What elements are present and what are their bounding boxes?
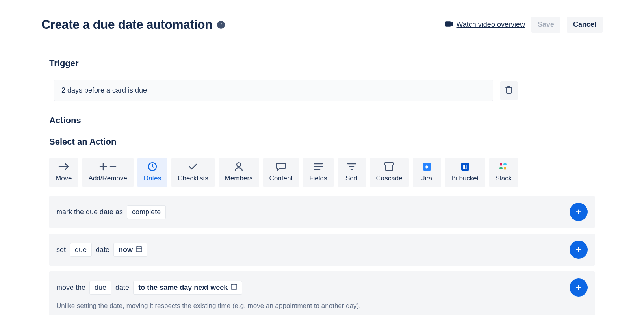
tab-label: Slack bbox=[496, 174, 512, 182]
now-chip[interactable]: now bbox=[113, 243, 147, 257]
tab-label: Jira bbox=[421, 174, 432, 182]
tab-slack[interactable]: Slack bbox=[489, 158, 518, 187]
action-option-mark-complete: mark the due date as complete + bbox=[49, 196, 595, 228]
lines-icon bbox=[314, 162, 323, 171]
action-text: date bbox=[115, 284, 129, 292]
tab-dates[interactable]: Dates bbox=[137, 158, 167, 187]
select-action-heading: Select an Action bbox=[49, 137, 595, 147]
tab-content[interactable]: Content bbox=[263, 158, 299, 187]
plus-icon: + bbox=[576, 282, 581, 293]
action-text: move the bbox=[56, 284, 85, 292]
filter-icon bbox=[347, 162, 356, 171]
tab-label: Sort bbox=[345, 174, 358, 182]
tab-checklists[interactable]: Checklists bbox=[171, 158, 214, 187]
tab-label: Bitbucket bbox=[451, 174, 479, 182]
tab-move[interactable]: Move bbox=[49, 158, 78, 187]
tab-label: Cascade bbox=[376, 174, 403, 182]
plus-minus-icon bbox=[99, 162, 117, 171]
clock-icon bbox=[148, 162, 157, 171]
calendar-icon bbox=[136, 246, 142, 254]
add-action-button[interactable]: + bbox=[570, 203, 588, 221]
svg-rect-5 bbox=[231, 284, 237, 289]
action-option-set-date: set due date now + bbox=[49, 234, 595, 266]
action-text: date bbox=[96, 246, 109, 254]
arrow-right-icon bbox=[58, 162, 69, 171]
add-action-button[interactable]: + bbox=[570, 278, 588, 297]
tab-fields[interactable]: Fields bbox=[303, 158, 333, 187]
tab-label: Content bbox=[269, 174, 293, 182]
tab-sort[interactable]: Sort bbox=[338, 158, 366, 187]
action-option-move-date: move the due date to the same day next w… bbox=[49, 271, 595, 315]
speech-bubble-icon bbox=[276, 162, 286, 171]
tab-label: Fields bbox=[309, 174, 327, 182]
add-action-button[interactable]: + bbox=[570, 241, 588, 259]
svg-rect-0 bbox=[445, 21, 451, 26]
svg-rect-3 bbox=[385, 163, 393, 165]
check-icon bbox=[188, 162, 198, 171]
delete-trigger-button[interactable] bbox=[500, 81, 518, 100]
info-icon[interactable]: i bbox=[217, 21, 225, 29]
video-camera-icon bbox=[445, 20, 453, 29]
complete-chip[interactable]: complete bbox=[127, 205, 166, 219]
trigger-summary[interactable]: 2 days before a card is due bbox=[54, 80, 493, 101]
tab-label: Move bbox=[56, 174, 72, 182]
watch-video-text[interactable]: Watch video overview bbox=[457, 20, 525, 29]
bitbucket-icon: ◧ bbox=[461, 162, 469, 171]
due-chip[interactable]: due bbox=[70, 243, 92, 257]
action-text: mark the due date as bbox=[56, 208, 123, 216]
tab-bitbucket[interactable]: ◧ Bitbucket bbox=[445, 158, 485, 187]
tab-label: Checklists bbox=[178, 174, 208, 182]
tab-label: Dates bbox=[144, 174, 161, 182]
tab-cascade[interactable]: Cascade bbox=[370, 158, 409, 187]
tab-add-remove[interactable]: Add/Remove bbox=[82, 158, 134, 187]
plus-icon: + bbox=[576, 206, 581, 217]
trash-icon bbox=[505, 86, 512, 95]
archive-icon bbox=[384, 162, 394, 171]
svg-rect-4 bbox=[136, 247, 142, 252]
trigger-heading: Trigger bbox=[49, 58, 595, 69]
same-day-next-week-chip[interactable]: to the same day next week bbox=[133, 281, 242, 295]
action-tabs: Move Add/Remove Dates Checklists bbox=[49, 158, 595, 187]
cancel-button[interactable]: Cancel bbox=[567, 17, 603, 33]
tab-label: Members bbox=[225, 174, 253, 182]
tab-members[interactable]: Members bbox=[219, 158, 259, 187]
slack-icon bbox=[499, 162, 507, 171]
jira-icon: ◆ bbox=[423, 162, 431, 171]
header: Create a due date automation i Watch vid… bbox=[41, 0, 603, 44]
tab-jira[interactable]: ◆ Jira bbox=[413, 158, 441, 187]
watch-video-link[interactable]: Watch video overview bbox=[445, 20, 525, 29]
save-button: Save bbox=[531, 17, 560, 33]
tab-label: Add/Remove bbox=[89, 174, 127, 182]
due-chip[interactable]: due bbox=[89, 281, 111, 295]
plus-icon: + bbox=[576, 244, 581, 255]
actions-heading: Actions bbox=[49, 115, 595, 126]
svg-point-2 bbox=[237, 163, 241, 167]
calendar-icon bbox=[231, 284, 237, 292]
page-title: Create a due date automation bbox=[41, 17, 212, 32]
action-text: set bbox=[56, 246, 66, 254]
action-note: Unlike setting the date, moving it respe… bbox=[56, 302, 588, 310]
person-icon bbox=[234, 162, 243, 171]
